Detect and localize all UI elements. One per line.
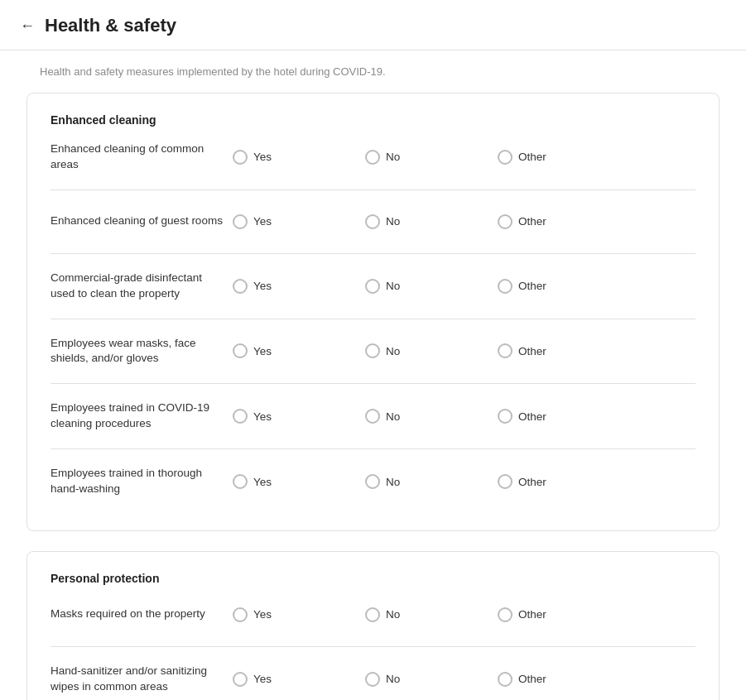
row-label-1-0: Masks required on the property bbox=[51, 607, 233, 622]
option-0-3-0[interactable]: Yes bbox=[233, 343, 365, 358]
option-label-0-2-0: Yes bbox=[253, 280, 272, 292]
option-label-0-5-2: Other bbox=[518, 476, 546, 488]
option-1-1-0[interactable]: Yes bbox=[233, 672, 365, 687]
row-label-0-4: Employees trained in COVID-19 cleaning p… bbox=[51, 400, 233, 432]
option-label-0-1-1: No bbox=[386, 215, 400, 228]
section-enhanced-cleaning: Enhanced cleaningEnhanced cleaning of co… bbox=[26, 93, 720, 531]
option-0-1-0[interactable]: Yes bbox=[233, 214, 365, 229]
row-0-3: Employees wear masks, face shields, and/… bbox=[51, 336, 695, 367]
radio-0-3-0[interactable] bbox=[233, 343, 248, 358]
radio-1-0-1[interactable] bbox=[365, 607, 380, 622]
option-label-0-1-2: Other bbox=[518, 215, 546, 228]
option-label-1-0-2: Other bbox=[518, 608, 546, 621]
option-0-0-0[interactable]: Yes bbox=[233, 150, 365, 165]
row-options-0-3: YesNoOther bbox=[233, 343, 695, 358]
radio-1-0-0[interactable] bbox=[233, 607, 248, 622]
option-label-1-1-0: Yes bbox=[253, 673, 272, 685]
option-0-4-2[interactable]: Other bbox=[498, 409, 630, 424]
row-options-1-1: YesNoOther bbox=[233, 672, 695, 687]
option-0-0-1[interactable]: No bbox=[365, 150, 498, 165]
radio-0-4-2[interactable] bbox=[498, 409, 513, 424]
row-divider-0-0 bbox=[51, 189, 695, 190]
back-button[interactable]: ← bbox=[20, 17, 35, 35]
section-title-personal-protection: Personal protection bbox=[51, 572, 695, 585]
radio-0-2-0[interactable] bbox=[233, 279, 248, 294]
radio-0-5-1[interactable] bbox=[365, 474, 380, 489]
option-0-2-2[interactable]: Other bbox=[498, 279, 630, 294]
row-divider-1-0 bbox=[51, 646, 695, 647]
option-0-1-2[interactable]: Other bbox=[498, 214, 630, 229]
row-label-0-0: Enhanced cleaning of common areas bbox=[51, 141, 233, 173]
option-label-0-3-2: Other bbox=[518, 345, 546, 357]
option-0-1-1[interactable]: No bbox=[365, 214, 498, 229]
option-0-3-2[interactable]: Other bbox=[498, 343, 630, 358]
radio-0-4-1[interactable] bbox=[365, 409, 380, 424]
option-1-0-0[interactable]: Yes bbox=[233, 607, 365, 622]
row-label-0-3: Employees wear masks, face shields, and/… bbox=[51, 336, 233, 367]
page-subtitle: Health and safety measures implemented b… bbox=[0, 50, 746, 93]
radio-0-3-2[interactable] bbox=[498, 343, 513, 358]
option-label-0-5-1: No bbox=[386, 476, 400, 488]
row-divider-0-4 bbox=[51, 448, 695, 449]
section-title-enhanced-cleaning: Enhanced cleaning bbox=[51, 113, 695, 127]
row-options-1-0: YesNoOther bbox=[233, 607, 695, 622]
option-1-0-1[interactable]: No bbox=[365, 607, 498, 622]
option-label-0-2-2: Other bbox=[518, 280, 546, 292]
row-0-2: Commercial-grade disinfectant used to cl… bbox=[51, 271, 695, 302]
row-1-1: Hand-sanitizer and/or sanitizing wipes i… bbox=[51, 664, 695, 695]
option-label-0-4-0: Yes bbox=[253, 410, 272, 423]
option-label-0-0-1: No bbox=[386, 151, 400, 163]
row-divider-0-2 bbox=[51, 319, 695, 319]
radio-0-0-1[interactable] bbox=[365, 150, 380, 165]
radio-0-5-0[interactable] bbox=[233, 474, 248, 489]
radio-1-0-2[interactable] bbox=[498, 607, 513, 622]
row-options-0-4: YesNoOther bbox=[233, 409, 695, 424]
radio-0-5-2[interactable] bbox=[498, 474, 513, 489]
radio-0-3-1[interactable] bbox=[365, 343, 380, 358]
option-0-2-0[interactable]: Yes bbox=[233, 279, 365, 294]
option-label-1-1-1: No bbox=[386, 673, 400, 685]
radio-0-1-0[interactable] bbox=[233, 214, 248, 229]
option-0-3-1[interactable]: No bbox=[365, 343, 498, 358]
radio-0-4-0[interactable] bbox=[233, 409, 248, 424]
row-options-0-2: YesNoOther bbox=[233, 279, 695, 294]
radio-1-1-2[interactable] bbox=[498, 672, 513, 687]
option-label-0-0-0: Yes bbox=[253, 151, 272, 163]
option-0-4-1[interactable]: No bbox=[365, 409, 498, 424]
radio-0-2-2[interactable] bbox=[498, 279, 513, 294]
row-label-0-2: Commercial-grade disinfectant used to cl… bbox=[51, 271, 233, 302]
option-0-0-2[interactable]: Other bbox=[498, 150, 630, 165]
row-options-0-5: YesNoOther bbox=[233, 474, 695, 489]
option-1-0-2[interactable]: Other bbox=[498, 607, 630, 622]
option-label-0-1-0: Yes bbox=[253, 215, 272, 228]
option-0-4-0[interactable]: Yes bbox=[233, 409, 365, 424]
option-0-5-1[interactable]: No bbox=[365, 474, 498, 489]
option-0-2-1[interactable]: No bbox=[365, 279, 498, 294]
radio-0-0-0[interactable] bbox=[233, 150, 248, 165]
option-label-0-2-1: No bbox=[386, 280, 400, 292]
option-label-0-4-2: Other bbox=[518, 410, 546, 423]
row-0-5: Employees trained in thorough hand-washi… bbox=[51, 466, 695, 497]
row-0-1: Enhanced cleaning of guest roomsYesNoOth… bbox=[51, 207, 695, 237]
row-options-0-0: YesNoOther bbox=[233, 150, 695, 165]
radio-1-1-1[interactable] bbox=[365, 672, 380, 687]
row-options-0-1: YesNoOther bbox=[233, 214, 695, 229]
option-1-1-1[interactable]: No bbox=[365, 672, 498, 687]
row-label-1-1: Hand-sanitizer and/or sanitizing wipes i… bbox=[51, 664, 233, 695]
option-label-0-4-1: No bbox=[386, 410, 400, 423]
radio-1-1-0[interactable] bbox=[233, 672, 248, 687]
option-label-1-0-1: No bbox=[386, 608, 400, 621]
page-header: ← Health & safety bbox=[0, 0, 746, 50]
radio-0-0-2[interactable] bbox=[498, 150, 513, 165]
option-1-1-2[interactable]: Other bbox=[498, 672, 630, 687]
row-0-4: Employees trained in COVID-19 cleaning p… bbox=[51, 400, 695, 432]
option-0-5-0[interactable]: Yes bbox=[233, 474, 365, 489]
option-label-1-1-2: Other bbox=[518, 673, 546, 685]
radio-0-2-1[interactable] bbox=[365, 279, 380, 294]
option-label-1-0-0: Yes bbox=[253, 608, 272, 621]
radio-0-1-2[interactable] bbox=[498, 214, 513, 229]
section-personal-protection: Personal protectionMasks required on the… bbox=[26, 551, 720, 700]
row-0-0: Enhanced cleaning of common areasYesNoOt… bbox=[51, 141, 695, 173]
radio-0-1-1[interactable] bbox=[365, 214, 380, 229]
option-0-5-2[interactable]: Other bbox=[498, 474, 630, 489]
